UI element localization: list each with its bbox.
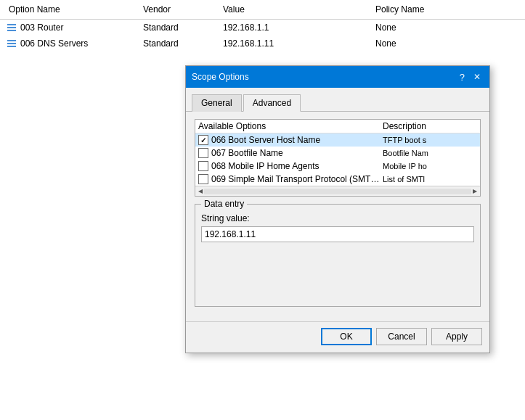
- option-name-0: 066 Boot Server Host Name: [211, 135, 383, 145]
- tab-general[interactable]: General: [192, 94, 242, 112]
- option-row-0[interactable]: 066 Boot Server Host Name TFTP boot s: [195, 133, 480, 147]
- scroll-track[interactable]: [204, 189, 471, 194]
- help-icon[interactable]: ?: [460, 72, 465, 83]
- modal-overlay: Scope Options ? ✕ General Advanced Avail…: [0, 0, 525, 420]
- options-col-header-desc: Description: [383, 121, 477, 131]
- ok-button[interactable]: OK: [321, 328, 372, 345]
- data-entry-group: Data entry String value:: [195, 204, 481, 307]
- scroll-right-arrow[interactable]: ▶: [471, 188, 479, 194]
- option-name-3: 069 Simple Mail Transport Protocol (SMTP…: [211, 174, 383, 184]
- option-checkbox-2[interactable]: [198, 161, 208, 171]
- options-table-header: Available Options Description: [195, 120, 480, 133]
- option-desc-3: List of SMTl: [383, 175, 477, 184]
- scope-options-dialog: Scope Options ? ✕ General Advanced Avail…: [185, 65, 490, 353]
- dialog-buttons-bar: OK Cancel Apply: [186, 321, 489, 353]
- dialog-titlebar: Scope Options ? ✕: [186, 66, 489, 88]
- option-checkbox-1[interactable]: [198, 148, 208, 158]
- horizontal-scrollbar[interactable]: ◀ ▶: [195, 186, 480, 196]
- option-desc-2: Mobile IP ho: [383, 162, 477, 170]
- tabs-bar: General Advanced: [186, 88, 489, 112]
- close-icon[interactable]: ✕: [471, 70, 484, 83]
- scroll-left-arrow[interactable]: ◀: [197, 188, 204, 194]
- titlebar-buttons: ? ✕: [460, 70, 484, 83]
- string-value-input[interactable]: [201, 226, 474, 242]
- option-row-1[interactable]: 067 Bootfile Name Bootfile Nam: [195, 147, 480, 160]
- tab-advanced[interactable]: Advanced: [243, 94, 301, 112]
- option-desc-1: Bootfile Nam: [383, 149, 477, 157]
- option-name-1: 067 Bootfile Name: [211, 148, 383, 158]
- cancel-button[interactable]: Cancel: [376, 328, 427, 345]
- option-desc-0: TFTP boot s: [383, 136, 477, 144]
- string-value-label: String value:: [201, 213, 474, 223]
- option-name-2: 068 Mobile IP Home Agents: [211, 161, 383, 171]
- option-checkbox-0[interactable]: [198, 135, 208, 145]
- available-options-container: Available Options Description 066 Boot S…: [195, 119, 481, 197]
- dialog-title: Scope Options: [192, 72, 249, 82]
- options-col-header-name: Available Options: [198, 121, 383, 131]
- data-entry-legend: Data entry: [201, 199, 247, 209]
- apply-button[interactable]: Apply: [431, 328, 482, 345]
- modal-body: Available Options Description 066 Boot S…: [186, 112, 489, 321]
- option-checkbox-3[interactable]: [198, 174, 208, 184]
- data-entry-empty-area: [201, 242, 474, 300]
- option-row-2[interactable]: 068 Mobile IP Home Agents Mobile IP ho: [195, 160, 480, 173]
- option-row-3[interactable]: 069 Simple Mail Transport Protocol (SMTP…: [195, 173, 480, 186]
